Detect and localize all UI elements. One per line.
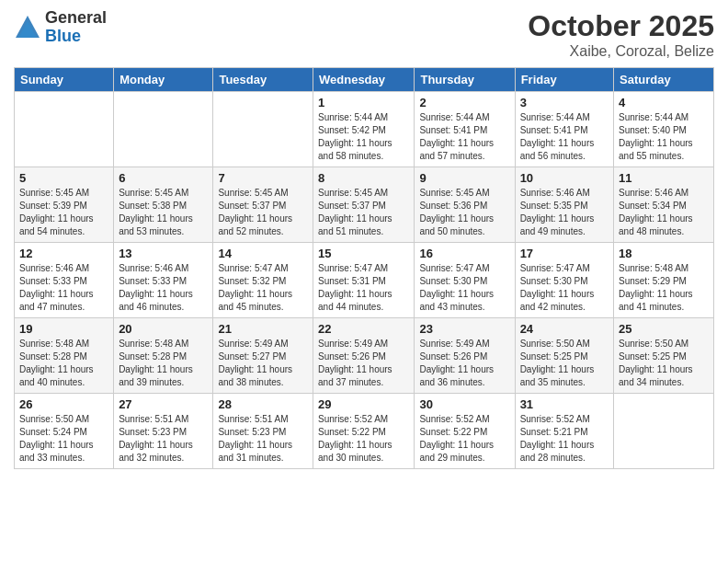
- table-row: 14Sunrise: 5:47 AM Sunset: 5:32 PM Dayli…: [213, 243, 313, 318]
- day-info: Sunrise: 5:45 AM Sunset: 5:39 PM Dayligh…: [19, 187, 108, 238]
- logo: General Blue: [14, 9, 107, 46]
- day-info: Sunrise: 5:46 AM Sunset: 5:33 PM Dayligh…: [119, 262, 208, 314]
- day-number: 2: [419, 96, 509, 109]
- table-row: 11Sunrise: 5:46 AM Sunset: 5:34 PM Dayli…: [614, 167, 714, 243]
- table-row: [614, 394, 714, 469]
- table-row: 10Sunrise: 5:46 AM Sunset: 5:35 PM Dayli…: [515, 167, 613, 243]
- day-info: Sunrise: 5:46 AM Sunset: 5:35 PM Dayligh…: [520, 187, 609, 238]
- table-row: 9Sunrise: 5:45 AM Sunset: 5:36 PM Daylig…: [415, 167, 515, 243]
- day-info: Sunrise: 5:52 AM Sunset: 5:21 PM Dayligh…: [520, 413, 609, 465]
- day-info: Sunrise: 5:48 AM Sunset: 5:28 PM Dayligh…: [19, 338, 108, 389]
- day-info: Sunrise: 5:50 AM Sunset: 5:24 PM Dayligh…: [19, 413, 108, 465]
- calendar-week-2: 5Sunrise: 5:45 AM Sunset: 5:39 PM Daylig…: [15, 167, 714, 243]
- table-row: 24Sunrise: 5:50 AM Sunset: 5:25 PM Dayli…: [515, 318, 613, 394]
- header-saturday: Saturday: [614, 68, 714, 92]
- day-info: Sunrise: 5:44 AM Sunset: 5:41 PM Dayligh…: [520, 111, 609, 163]
- day-info: Sunrise: 5:46 AM Sunset: 5:34 PM Dayligh…: [619, 187, 709, 238]
- day-number: 25: [619, 322, 709, 336]
- table-row: 25Sunrise: 5:50 AM Sunset: 5:25 PM Dayli…: [614, 318, 714, 394]
- table-row: 2Sunrise: 5:44 AM Sunset: 5:41 PM Daylig…: [415, 92, 515, 167]
- table-row: 21Sunrise: 5:49 AM Sunset: 5:27 PM Dayli…: [213, 318, 313, 394]
- day-number: 29: [318, 397, 409, 411]
- day-number: 15: [318, 247, 409, 260]
- title-block: October 2025 Xaibe, Corozal, Belize: [528, 9, 714, 60]
- day-number: 11: [619, 171, 709, 185]
- page: General Blue October 2025 Xaibe, Corozal…: [0, 0, 728, 563]
- day-number: 18: [619, 247, 709, 260]
- day-number: 17: [520, 247, 609, 260]
- table-row: 20Sunrise: 5:48 AM Sunset: 5:28 PM Dayli…: [114, 318, 213, 394]
- day-info: Sunrise: 5:45 AM Sunset: 5:36 PM Dayligh…: [419, 187, 509, 238]
- table-row: 8Sunrise: 5:45 AM Sunset: 5:37 PM Daylig…: [313, 167, 415, 243]
- calendar-table: Sunday Monday Tuesday Wednesday Thursday…: [14, 67, 714, 469]
- day-number: 16: [419, 247, 509, 260]
- table-row: 1Sunrise: 5:44 AM Sunset: 5:42 PM Daylig…: [313, 92, 415, 167]
- header-monday: Monday: [114, 68, 213, 92]
- subtitle: Xaibe, Corozal, Belize: [528, 43, 714, 60]
- main-title: October 2025: [528, 9, 714, 43]
- table-row: 6Sunrise: 5:45 AM Sunset: 5:38 PM Daylig…: [114, 167, 213, 243]
- day-info: Sunrise: 5:49 AM Sunset: 5:27 PM Dayligh…: [218, 338, 308, 389]
- day-info: Sunrise: 5:47 AM Sunset: 5:32 PM Dayligh…: [218, 262, 308, 314]
- day-info: Sunrise: 5:52 AM Sunset: 5:22 PM Dayligh…: [318, 413, 409, 465]
- day-number: 27: [119, 397, 208, 411]
- table-row: 26Sunrise: 5:50 AM Sunset: 5:24 PM Dayli…: [15, 394, 114, 469]
- logo-icon: [14, 14, 41, 41]
- table-row: 29Sunrise: 5:52 AM Sunset: 5:22 PM Dayli…: [313, 394, 415, 469]
- table-row: 13Sunrise: 5:46 AM Sunset: 5:33 PM Dayli…: [114, 243, 213, 318]
- logo-blue: Blue: [45, 28, 107, 46]
- header-friday: Friday: [515, 68, 613, 92]
- day-info: Sunrise: 5:47 AM Sunset: 5:30 PM Dayligh…: [520, 262, 609, 314]
- day-number: 22: [318, 322, 409, 336]
- day-number: 19: [19, 322, 108, 336]
- table-row: 31Sunrise: 5:52 AM Sunset: 5:21 PM Dayli…: [515, 394, 613, 469]
- day-info: Sunrise: 5:48 AM Sunset: 5:29 PM Dayligh…: [619, 262, 709, 314]
- day-info: Sunrise: 5:45 AM Sunset: 5:38 PM Dayligh…: [119, 187, 208, 238]
- header-thursday: Thursday: [415, 68, 515, 92]
- day-info: Sunrise: 5:48 AM Sunset: 5:28 PM Dayligh…: [119, 338, 208, 389]
- header-tuesday: Tuesday: [213, 68, 313, 92]
- table-row: 18Sunrise: 5:48 AM Sunset: 5:29 PM Dayli…: [614, 243, 714, 318]
- header-wednesday: Wednesday: [313, 68, 415, 92]
- table-row: 15Sunrise: 5:47 AM Sunset: 5:31 PM Dayli…: [313, 243, 415, 318]
- day-info: Sunrise: 5:49 AM Sunset: 5:26 PM Dayligh…: [419, 338, 509, 389]
- day-info: Sunrise: 5:45 AM Sunset: 5:37 PM Dayligh…: [318, 187, 409, 238]
- day-number: 21: [218, 322, 308, 336]
- day-info: Sunrise: 5:51 AM Sunset: 5:23 PM Dayligh…: [218, 413, 308, 465]
- table-row: 28Sunrise: 5:51 AM Sunset: 5:23 PM Dayli…: [213, 394, 313, 469]
- calendar-header-row: Sunday Monday Tuesday Wednesday Thursday…: [15, 68, 714, 92]
- day-info: Sunrise: 5:49 AM Sunset: 5:26 PM Dayligh…: [318, 338, 409, 389]
- day-number: 28: [218, 397, 308, 411]
- day-number: 1: [318, 96, 409, 109]
- calendar-week-3: 12Sunrise: 5:46 AM Sunset: 5:33 PM Dayli…: [15, 243, 714, 318]
- day-info: Sunrise: 5:47 AM Sunset: 5:30 PM Dayligh…: [419, 262, 509, 314]
- day-info: Sunrise: 5:50 AM Sunset: 5:25 PM Dayligh…: [520, 338, 609, 389]
- day-info: Sunrise: 5:51 AM Sunset: 5:23 PM Dayligh…: [119, 413, 208, 465]
- table-row: 27Sunrise: 5:51 AM Sunset: 5:23 PM Dayli…: [114, 394, 213, 469]
- table-row: 7Sunrise: 5:45 AM Sunset: 5:37 PM Daylig…: [213, 167, 313, 243]
- day-info: Sunrise: 5:44 AM Sunset: 5:40 PM Dayligh…: [619, 111, 709, 163]
- calendar-week-5: 26Sunrise: 5:50 AM Sunset: 5:24 PM Dayli…: [15, 394, 714, 469]
- day-number: 30: [419, 397, 509, 411]
- day-info: Sunrise: 5:44 AM Sunset: 5:42 PM Dayligh…: [318, 111, 409, 163]
- table-row: 12Sunrise: 5:46 AM Sunset: 5:33 PM Dayli…: [15, 243, 114, 318]
- day-info: Sunrise: 5:52 AM Sunset: 5:22 PM Dayligh…: [419, 413, 509, 465]
- day-number: 23: [419, 322, 509, 336]
- day-number: 24: [520, 322, 609, 336]
- table-row: 4Sunrise: 5:44 AM Sunset: 5:40 PM Daylig…: [614, 92, 714, 167]
- table-row: 30Sunrise: 5:52 AM Sunset: 5:22 PM Dayli…: [415, 394, 515, 469]
- table-row: [15, 92, 114, 167]
- day-number: 5: [19, 171, 108, 185]
- logo-text: General Blue: [45, 9, 107, 46]
- header: General Blue October 2025 Xaibe, Corozal…: [14, 9, 714, 60]
- header-sunday: Sunday: [15, 68, 114, 92]
- table-row: 19Sunrise: 5:48 AM Sunset: 5:28 PM Dayli…: [15, 318, 114, 394]
- table-row: [213, 92, 313, 167]
- day-info: Sunrise: 5:46 AM Sunset: 5:33 PM Dayligh…: [19, 262, 108, 314]
- table-row: 23Sunrise: 5:49 AM Sunset: 5:26 PM Dayli…: [415, 318, 515, 394]
- day-number: 4: [619, 96, 709, 109]
- day-number: 26: [19, 397, 108, 411]
- calendar-week-4: 19Sunrise: 5:48 AM Sunset: 5:28 PM Dayli…: [15, 318, 714, 394]
- day-number: 14: [218, 247, 308, 260]
- day-number: 7: [218, 171, 308, 185]
